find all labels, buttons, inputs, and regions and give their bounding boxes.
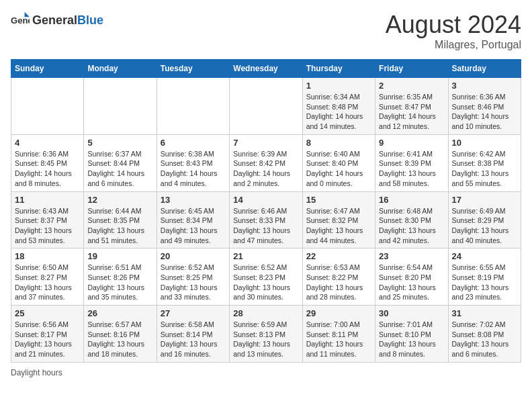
week-row-1: 1Sunrise: 6:34 AM Sunset: 8:48 PM Daylig… <box>11 78 521 135</box>
calendar-cell: 6Sunrise: 6:38 AM Sunset: 8:43 PM Daylig… <box>157 134 229 191</box>
calendar-cell: 12Sunrise: 6:44 AM Sunset: 8:35 PM Dayli… <box>84 191 157 248</box>
day-info: Sunrise: 6:57 AM Sunset: 8:16 PM Dayligh… <box>87 320 152 359</box>
day-number: 6 <box>161 138 226 148</box>
day-number: 24 <box>452 251 517 261</box>
location-subtitle: Milagres, Portugal <box>386 39 521 51</box>
calendar-cell: 24Sunrise: 6:55 AM Sunset: 8:19 PM Dayli… <box>448 248 521 306</box>
calendar-cell <box>11 78 84 135</box>
footer-note: Daylight hours <box>11 368 521 377</box>
day-number: 29 <box>306 308 371 318</box>
title-block: August 2024 Milagres, Portugal <box>386 11 521 51</box>
day-info: Sunrise: 6:46 AM Sunset: 8:33 PM Dayligh… <box>233 206 298 246</box>
day-info: Sunrise: 7:02 AM Sunset: 8:08 PM Dayligh… <box>452 320 517 359</box>
day-info: Sunrise: 6:49 AM Sunset: 8:29 PM Dayligh… <box>452 206 517 246</box>
day-info: Sunrise: 6:53 AM Sunset: 8:22 PM Dayligh… <box>306 263 371 302</box>
page-header: General GeneralBlue August 2024 Milagres… <box>11 11 521 51</box>
calendar-cell: 14Sunrise: 6:46 AM Sunset: 8:33 PM Dayli… <box>230 191 302 248</box>
week-row-2: 4Sunrise: 6:36 AM Sunset: 8:45 PM Daylig… <box>11 134 521 191</box>
calendar-cell: 21Sunrise: 6:52 AM Sunset: 8:23 PM Dayli… <box>230 248 302 306</box>
calendar-cell: 19Sunrise: 6:51 AM Sunset: 8:26 PM Dayli… <box>84 248 157 306</box>
calendar-cell: 9Sunrise: 6:41 AM Sunset: 8:39 PM Daylig… <box>375 134 448 191</box>
calendar-cell: 15Sunrise: 6:47 AM Sunset: 8:32 PM Dayli… <box>302 191 375 248</box>
calendar-cell: 11Sunrise: 6:43 AM Sunset: 8:37 PM Dayli… <box>11 191 84 248</box>
day-number: 10 <box>452 138 517 148</box>
logo-general-text: General <box>32 13 77 27</box>
month-year-title: August 2024 <box>386 11 521 39</box>
day-info: Sunrise: 6:38 AM Sunset: 8:43 PM Dayligh… <box>161 149 226 189</box>
calendar-cell: 5Sunrise: 6:37 AM Sunset: 8:44 PM Daylig… <box>84 134 157 191</box>
day-number: 23 <box>379 251 444 261</box>
day-info: Sunrise: 6:40 AM Sunset: 8:40 PM Dayligh… <box>306 149 371 189</box>
week-row-5: 25Sunrise: 6:56 AM Sunset: 8:17 PM Dayli… <box>11 306 521 363</box>
calendar-cell: 18Sunrise: 6:50 AM Sunset: 8:27 PM Dayli… <box>11 248 84 306</box>
calendar-cell: 27Sunrise: 6:58 AM Sunset: 8:14 PM Dayli… <box>157 306 229 363</box>
day-number: 20 <box>161 251 226 261</box>
calendar-cell: 8Sunrise: 6:40 AM Sunset: 8:40 PM Daylig… <box>302 134 375 191</box>
day-info: Sunrise: 6:36 AM Sunset: 8:45 PM Dayligh… <box>15 149 80 189</box>
day-info: Sunrise: 6:51 AM Sunset: 8:26 PM Dayligh… <box>87 263 152 302</box>
day-number: 27 <box>161 308 226 318</box>
day-number: 17 <box>452 195 517 205</box>
calendar-cell <box>157 78 229 135</box>
day-info: Sunrise: 6:47 AM Sunset: 8:32 PM Dayligh… <box>306 206 371 246</box>
calendar-cell: 29Sunrise: 7:00 AM Sunset: 8:11 PM Dayli… <box>302 306 375 363</box>
day-number: 12 <box>87 195 152 205</box>
calendar-cell: 16Sunrise: 6:48 AM Sunset: 8:30 PM Dayli… <box>375 191 448 248</box>
day-info: Sunrise: 6:43 AM Sunset: 8:37 PM Dayligh… <box>15 206 80 246</box>
calendar-cell: 13Sunrise: 6:45 AM Sunset: 8:34 PM Dayli… <box>157 191 229 248</box>
day-number: 9 <box>379 138 444 148</box>
calendar-cell: 2Sunrise: 6:35 AM Sunset: 8:47 PM Daylig… <box>375 78 448 135</box>
day-number: 30 <box>379 308 444 318</box>
day-number: 2 <box>379 81 444 91</box>
weekday-header-tuesday: Tuesday <box>157 60 229 78</box>
calendar-cell: 30Sunrise: 7:01 AM Sunset: 8:10 PM Dayli… <box>375 306 448 363</box>
day-number: 31 <box>452 308 517 318</box>
day-number: 26 <box>87 308 152 318</box>
day-number: 18 <box>15 251 80 261</box>
day-number: 8 <box>306 138 371 148</box>
weekday-header-monday: Monday <box>84 60 157 78</box>
day-number: 16 <box>379 195 444 205</box>
logo: General GeneralBlue <box>11 11 103 30</box>
calendar-cell: 26Sunrise: 6:57 AM Sunset: 8:16 PM Dayli… <box>84 306 157 363</box>
day-info: Sunrise: 7:01 AM Sunset: 8:10 PM Dayligh… <box>379 320 444 359</box>
day-info: Sunrise: 6:35 AM Sunset: 8:47 PM Dayligh… <box>379 92 444 132</box>
calendar-cell: 23Sunrise: 6:54 AM Sunset: 8:20 PM Dayli… <box>375 248 448 306</box>
calendar-cell: 4Sunrise: 6:36 AM Sunset: 8:45 PM Daylig… <box>11 134 84 191</box>
calendar-cell: 10Sunrise: 6:42 AM Sunset: 8:38 PM Dayli… <box>448 134 521 191</box>
logo-icon: General <box>11 11 30 30</box>
calendar-cell: 20Sunrise: 6:52 AM Sunset: 8:25 PM Dayli… <box>157 248 229 306</box>
day-info: Sunrise: 6:59 AM Sunset: 8:13 PM Dayligh… <box>233 320 298 359</box>
logo-blue-text: Blue <box>77 13 103 27</box>
day-info: Sunrise: 6:42 AM Sunset: 8:38 PM Dayligh… <box>452 149 517 189</box>
day-number: 7 <box>233 138 298 148</box>
week-row-4: 18Sunrise: 6:50 AM Sunset: 8:27 PM Dayli… <box>11 248 521 306</box>
day-number: 22 <box>306 251 371 261</box>
day-number: 15 <box>306 195 371 205</box>
calendar-cell: 17Sunrise: 6:49 AM Sunset: 8:29 PM Dayli… <box>448 191 521 248</box>
day-number: 3 <box>452 81 517 91</box>
day-number: 11 <box>15 195 80 205</box>
day-info: Sunrise: 7:00 AM Sunset: 8:11 PM Dayligh… <box>306 320 371 359</box>
calendar-cell: 25Sunrise: 6:56 AM Sunset: 8:17 PM Dayli… <box>11 306 84 363</box>
weekday-header-thursday: Thursday <box>302 60 375 78</box>
day-info: Sunrise: 6:54 AM Sunset: 8:20 PM Dayligh… <box>379 263 444 302</box>
day-info: Sunrise: 6:36 AM Sunset: 8:46 PM Dayligh… <box>452 92 517 132</box>
day-info: Sunrise: 6:52 AM Sunset: 8:23 PM Dayligh… <box>233 263 298 302</box>
weekday-header-saturday: Saturday <box>448 60 521 78</box>
day-number: 13 <box>161 195 226 205</box>
day-number: 4 <box>15 138 80 148</box>
weekday-header-wednesday: Wednesday <box>230 60 302 78</box>
weekday-header-row: SundayMondayTuesdayWednesdayThursdayFrid… <box>11 60 521 78</box>
calendar-cell: 22Sunrise: 6:53 AM Sunset: 8:22 PM Dayli… <box>302 248 375 306</box>
calendar-cell: 1Sunrise: 6:34 AM Sunset: 8:48 PM Daylig… <box>302 78 375 135</box>
calendar-cell: 31Sunrise: 7:02 AM Sunset: 8:08 PM Dayli… <box>448 306 521 363</box>
day-info: Sunrise: 6:48 AM Sunset: 8:30 PM Dayligh… <box>379 206 444 246</box>
day-number: 19 <box>87 251 152 261</box>
weekday-header-friday: Friday <box>375 60 448 78</box>
day-info: Sunrise: 6:58 AM Sunset: 8:14 PM Dayligh… <box>161 320 226 359</box>
weekday-header-sunday: Sunday <box>11 60 84 78</box>
day-number: 21 <box>233 251 298 261</box>
day-info: Sunrise: 6:39 AM Sunset: 8:42 PM Dayligh… <box>233 149 298 189</box>
calendar-cell: 3Sunrise: 6:36 AM Sunset: 8:46 PM Daylig… <box>448 78 521 135</box>
